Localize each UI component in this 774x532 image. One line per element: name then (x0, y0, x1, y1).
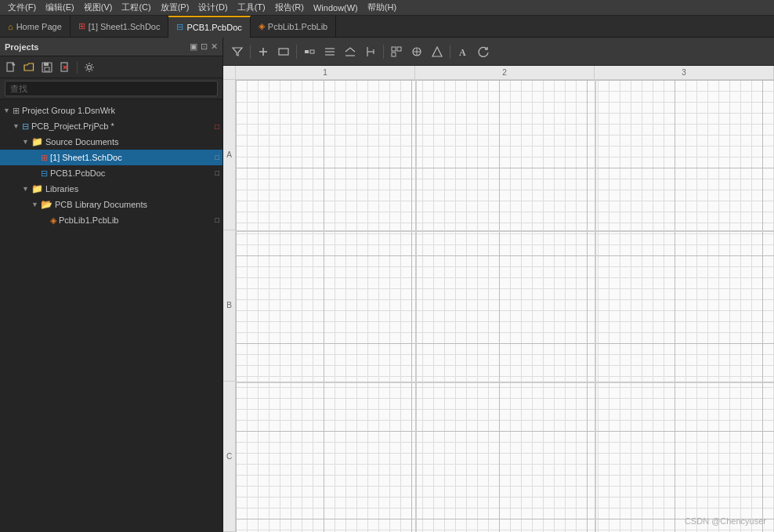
panel-float-icon[interactable]: ⊡ (201, 42, 208, 52)
grid-lines (236, 80, 774, 532)
menu-edit[interactable]: 编辑(E) (41, 2, 79, 13)
toolbar-sep-2 (296, 45, 297, 59)
home-icon: ⌂ (8, 22, 13, 31)
right-toolbar: A (223, 38, 774, 66)
left-panel: Projects ▣ ⊡ ✕ (0, 38, 223, 532)
save-project-button[interactable] (39, 60, 55, 75)
lib-folder-icon: 📂 (41, 199, 52, 210)
mode5-button[interactable] (387, 42, 406, 61)
svg-rect-14 (305, 50, 309, 53)
project-icon: ⊟ (22, 121, 29, 132)
col-label-2: 2 (415, 66, 595, 79)
toolbar-sep-1 (250, 45, 251, 59)
text-button[interactable]: A (454, 42, 472, 61)
mode7-button[interactable] (428, 42, 447, 61)
main-layout: Projects ▣ ⊡ ✕ (0, 38, 774, 532)
folder-icon: 📁 (31, 136, 43, 147)
tree-label: Source Documents (45, 137, 219, 147)
menu-report[interactable]: 报告(R) (270, 2, 309, 13)
tree-item-source-docs[interactable]: ▼ 📁 Source Documents (0, 134, 222, 150)
menu-tools[interactable]: 工具(T) (233, 2, 270, 13)
tab-sheet1-label: [1] Sheet1.SchDoc (89, 22, 161, 31)
svg-point-10 (88, 65, 92, 69)
mode2-button[interactable] (320, 42, 339, 61)
menu-help[interactable]: 帮助(H) (363, 2, 401, 13)
menu-view[interactable]: 视图(V) (79, 2, 118, 13)
panel-toolbar (0, 56, 222, 78)
menu-file[interactable]: 文件(F) (3, 2, 41, 13)
pcblib-doc-icon: ◈ (50, 215, 56, 226)
tree-item-pcb-project[interactable]: ▼ ⊟ PCB_Project.PrjPcb * □ (0, 118, 222, 134)
tree-label: Libraries (45, 184, 219, 194)
toolbar-sep-4 (450, 45, 450, 59)
modified-icon: □ (215, 122, 219, 131)
open-project-button[interactable] (21, 60, 37, 75)
new-project-button[interactable] (3, 60, 19, 75)
mode4-button[interactable] (361, 42, 380, 61)
search-input[interactable] (5, 81, 218, 96)
tree-label: Project Group 1.DsnWrk (22, 106, 219, 115)
toolbar-sep-3 (383, 45, 384, 59)
settings-button[interactable] (81, 60, 97, 75)
svg-rect-27 (392, 52, 396, 56)
tab-pcblib1[interactable]: ◈ PcbLib1.PcbLib (251, 16, 336, 38)
panel-pin-icon[interactable]: ▣ (190, 42, 197, 52)
toolbar-separator (77, 61, 78, 74)
tab-pcb1[interactable]: ⊟ PCB1.PcbDoc (168, 16, 250, 38)
menu-place[interactable]: 放置(P) (156, 2, 194, 13)
file-marker-icon: □ (215, 216, 219, 224)
tree-item-project-group[interactable]: ▼ ⊞ Project Group 1.DsnWrk (0, 103, 222, 118)
col-label-3: 3 (595, 66, 774, 79)
arrow-icon: ▼ (31, 201, 41, 208)
tab-home[interactable]: ⌂ Home Page (0, 16, 71, 38)
group-icon: ⊞ (13, 106, 20, 116)
menu-design[interactable]: 设计(D) (194, 2, 232, 13)
tree-label: PCB_Project.PrjPcb * (31, 121, 213, 131)
menu-bar: 文件(F) 编辑(E) 视图(V) 工程(C) 放置(P) 设计(D) 工具(T… (0, 0, 774, 16)
column-labels: 1 2 3 (223, 66, 774, 80)
menu-window[interactable]: Window(W) (309, 3, 363, 13)
svg-rect-6 (45, 67, 49, 71)
svg-rect-5 (44, 63, 49, 66)
add-button[interactable] (254, 42, 273, 61)
tree-item-pcblib1[interactable]: ◈ PcbLib1.PcbLib □ (0, 212, 222, 228)
close-project-button[interactable] (57, 60, 73, 75)
tab-sheet1[interactable]: ⊞ [1] Sheet1.SchDoc (71, 16, 169, 38)
mode1-button[interactable] (300, 42, 319, 61)
menu-project[interactable]: 工程(C) (117, 2, 155, 13)
filter-button[interactable] (228, 42, 247, 61)
grid-major (236, 80, 774, 532)
tree-item-pcb-lib-docs[interactable]: ▼ 📂 PCB Library Documents (0, 197, 222, 212)
svg-text:A: A (459, 47, 466, 58)
tab-home-label: Home Page (16, 22, 62, 31)
svg-line-20 (350, 48, 355, 52)
canvas-area[interactable]: 1 2 3 A B C CSDN @Chencyuser (223, 66, 774, 532)
rect-button[interactable] (274, 42, 293, 61)
lib-icon: ◈ (259, 21, 265, 31)
tree-label: PCB Library Documents (55, 200, 219, 209)
schematic-icon: ⊞ (78, 21, 85, 31)
schematic-doc-icon: ⊞ (41, 153, 48, 163)
tree-label: PcbLib1.PcbLib (59, 215, 215, 225)
svg-rect-26 (397, 47, 401, 51)
h-divider-2 (236, 382, 774, 383)
svg-rect-13 (279, 49, 288, 55)
tree-item-pcb1[interactable]: ⊟ PCB1.PcbDoc □ (0, 165, 222, 181)
watermark: CSDN @Chencyuser (685, 516, 766, 526)
svg-line-19 (345, 48, 350, 52)
rotate-button[interactable] (474, 42, 493, 61)
mode6-button[interactable] (407, 42, 426, 61)
mode3-button[interactable] (341, 42, 360, 61)
tree-item-libraries[interactable]: ▼ 📁 Libraries (0, 181, 222, 197)
row-labels: A B C (223, 80, 236, 532)
folder-icon: 📁 (31, 183, 43, 194)
svg-rect-15 (310, 50, 314, 53)
panel-close-icon[interactable]: ✕ (211, 42, 218, 52)
v-divider-1 (415, 80, 417, 532)
arrow-icon: ▼ (22, 138, 31, 146)
row-label-a: A (223, 80, 235, 230)
tree-item-sheet1[interactable]: ⊞ [1] Sheet1.SchDoc □ (0, 150, 222, 165)
v-divider-2 (595, 80, 596, 532)
search-bar (0, 78, 222, 100)
row-label-c: C (223, 382, 235, 532)
